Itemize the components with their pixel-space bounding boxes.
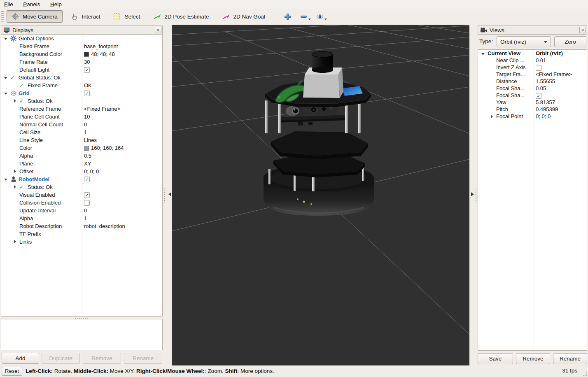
move-camera-button[interactable]: Move Camera	[7, 10, 63, 23]
row-value[interactable]: 5.81357	[536, 99, 555, 106]
row-value[interactable]: Lines	[84, 136, 97, 144]
remove-button[interactable]: Remove	[83, 353, 121, 364]
row-value[interactable]: 0.05	[536, 85, 546, 92]
expander-icon[interactable]	[12, 97, 19, 105]
row-value[interactable]: <Fixed Frame>	[84, 105, 120, 113]
expander-icon[interactable]	[3, 89, 10, 97]
nav-goal-button[interactable]: 2D Nav Goal	[217, 11, 270, 22]
row-value[interactable]: 30	[84, 58, 90, 66]
row-value[interactable]: <Fixed Frame>	[536, 71, 572, 78]
tree-row[interactable]: Reference Frame<Fixed Frame>	[1, 105, 162, 113]
collapse-left-icon[interactable]	[166, 192, 171, 196]
checkbox[interactable]: ✓	[84, 91, 90, 96]
toolbar-drag-handle[interactable]	[1, 11, 4, 22]
tree-row[interactable]: Collision Enabled	[1, 199, 162, 207]
expander-icon[interactable]	[489, 113, 496, 120]
row-value[interactable]: 0.01	[536, 57, 546, 64]
tree-row[interactable]: Frame Rate30	[1, 58, 162, 66]
expander-icon[interactable]	[3, 35, 10, 42]
save-button[interactable]: Save	[478, 353, 513, 364]
tree-row[interactable]: Alpha1	[1, 214, 162, 222]
tree-row[interactable]: ✓Status: Ok	[1, 183, 162, 191]
row-value[interactable]: 0; 0; 0	[84, 168, 99, 175]
expander-icon[interactable]	[12, 168, 19, 175]
tree-row[interactable]: Normal Cell Count0	[1, 121, 162, 128]
resize-grip[interactable]	[582, 371, 588, 377]
chevron-down-icon[interactable]	[324, 19, 327, 21]
row-value[interactable]: 10	[84, 113, 90, 121]
add-tool-button[interactable]	[282, 11, 293, 22]
row-value[interactable]: XY	[84, 160, 91, 168]
tree-row[interactable]: Current ViewOrbit (rviz)	[478, 50, 587, 57]
row-value[interactable]: 0.495399	[536, 106, 558, 113]
remove-tool-button[interactable]	[299, 11, 309, 22]
tree-row[interactable]: ✓Status: Ok	[1, 97, 162, 105]
close-icon[interactable]: ×	[155, 27, 161, 33]
tree-row[interactable]: Focal Sha...0.05	[478, 85, 587, 92]
tree-row[interactable]: Cell Size1	[1, 128, 162, 136]
row-value[interactable]: base_footprint	[84, 42, 118, 50]
row-value[interactable]: 0	[84, 121, 87, 128]
menu-panels[interactable]: Panels	[19, 0, 44, 8]
displays-panel-header[interactable]: Displays ×	[1, 26, 163, 35]
tree-row[interactable]: Robot Descriptionrobot_description	[1, 222, 162, 230]
left-splitter[interactable]	[163, 25, 172, 365]
select-button[interactable]: Select	[109, 11, 145, 22]
tree-row[interactable]: ✓Global Status: Ok	[1, 74, 162, 81]
expander-icon[interactable]	[3, 74, 10, 81]
tree-row[interactable]: Default Light✓	[1, 66, 162, 74]
checkbox[interactable]: ✓	[536, 93, 541, 99]
remove-button[interactable]: Remove	[516, 353, 550, 364]
tree-row[interactable]: Global Options	[1, 35, 162, 42]
expander-icon[interactable]	[12, 183, 19, 191]
tree-row[interactable]: TF Prefix	[1, 230, 162, 238]
chevron-down-icon[interactable]	[308, 19, 311, 21]
tree-row[interactable]: ✓Fixed FrameOK	[1, 81, 162, 89]
tree-row[interactable]: RobotModel✓	[1, 175, 162, 183]
menu-help[interactable]: Help	[46, 0, 66, 8]
color-swatch[interactable]	[84, 52, 89, 57]
tree-row[interactable]: Focal Point0; 0; 0	[478, 113, 587, 120]
tree-row[interactable]: Color160; 160; 164	[1, 144, 162, 152]
checkbox[interactable]: ✓	[84, 177, 90, 182]
splitter-handle[interactable]	[164, 188, 165, 202]
expander-icon[interactable]	[3, 175, 10, 183]
tree-row[interactable]: Distance1.55655	[478, 78, 587, 85]
close-icon[interactable]: ×	[579, 27, 586, 33]
checkbox[interactable]	[536, 65, 541, 71]
tree-row[interactable]: Fixed Framebase_footprint	[1, 42, 162, 50]
row-value[interactable]: 1	[84, 128, 87, 136]
checkbox[interactable]: ✓	[84, 192, 90, 198]
expander-icon[interactable]	[12, 238, 19, 246]
reset-button[interactable]: Reset	[2, 367, 22, 376]
row-value[interactable]: 1.55655	[536, 78, 555, 85]
pose-estimate-button[interactable]: 2D Pose Estimate	[148, 11, 214, 22]
row-value[interactable]: 0.5	[84, 152, 91, 160]
tree-row[interactable]: Alpha0.5	[1, 152, 162, 160]
checkbox[interactable]: ✓	[84, 67, 90, 73]
tree-row[interactable]: Plane Cell Count10	[1, 113, 162, 121]
tree-row[interactable]: Near Clip ...0.01	[478, 57, 587, 64]
expander-icon[interactable]	[480, 50, 488, 57]
row-value[interactable]: 0; 0; 0	[536, 113, 551, 120]
duplicate-button[interactable]: Duplicate	[42, 353, 80, 364]
rename-button[interactable]: Rename	[553, 353, 587, 364]
color-swatch[interactable]	[84, 146, 89, 151]
tree-row[interactable]: Yaw5.81357	[478, 99, 587, 106]
tree-row[interactable]: Visual Enabled✓	[1, 191, 162, 199]
row-value[interactable]: 48; 48; 48	[91, 50, 115, 58]
tree-row[interactable]: PlaneXY	[1, 160, 162, 168]
row-value[interactable]: 1	[84, 214, 87, 222]
tree-row[interactable]: Focal Sha...✓	[478, 92, 587, 99]
tree-row[interactable]: Offset0; 0; 0	[1, 168, 162, 175]
tree-row[interactable]: Invert Z Axis	[478, 64, 587, 71]
row-value[interactable]: 0	[84, 207, 87, 214]
checkbox[interactable]	[84, 200, 90, 206]
zero-button[interactable]: Zero	[554, 36, 586, 47]
tree-row[interactable]: Background Color48; 48; 48	[1, 50, 162, 58]
row-value[interactable]: 160; 160; 164	[91, 144, 124, 152]
row-value[interactable]: robot_description	[84, 222, 125, 230]
panel-splitter-handle[interactable]	[75, 318, 89, 319]
row-value[interactable]: OK	[84, 81, 92, 89]
tree-row[interactable]: Line StyleLines	[1, 136, 162, 144]
